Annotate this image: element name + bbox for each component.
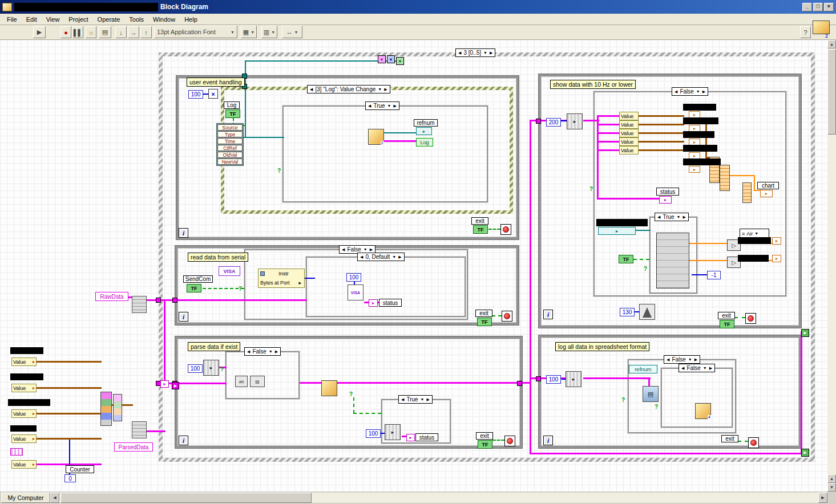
indicator-terminal[interactable]: ▸ (772, 255, 781, 262)
scroll-up-icon[interactable]: ▲ (827, 474, 836, 483)
prev-frame-icon[interactable]: ◀ (458, 51, 461, 55)
case-selector-true[interactable]: ◀True▼▶ (655, 213, 689, 221)
numeric-constant[interactable]: -1 (707, 271, 721, 279)
wait-constant[interactable]: 100 (188, 364, 203, 373)
case-selector-terminal[interactable]: ? (589, 186, 593, 193)
iteration-terminal[interactable]: i (179, 312, 188, 322)
menu-help[interactable]: Help (180, 15, 202, 24)
status-terminal[interactable]: ▸ (659, 196, 672, 204)
bundle-icon[interactable] (132, 421, 147, 438)
timeout-constant[interactable]: 100 (188, 90, 203, 99)
iteration-terminal[interactable]: i (543, 436, 553, 445)
string-control-icon[interactable] (10, 448, 23, 456)
sendcom-boolean-terminal[interactable]: TF (187, 284, 201, 292)
indicator-terminal[interactable]: ▸ (772, 237, 781, 245)
block-diagram-canvas[interactable]: ▶ ▶ ▼ ▼ ▼ ◀ 3 [0..5] ▼ ▶ user event hand… (0, 40, 827, 491)
case-selector-terminal[interactable]: ? (277, 168, 281, 174)
case-selector-terminal[interactable]: ? (621, 397, 625, 404)
iteration-terminal[interactable]: i (179, 436, 188, 445)
value-property-node[interactable]: Value▸ (11, 434, 37, 443)
wait-constant[interactable]: 200 (546, 118, 561, 127)
vertical-scroll-thumb[interactable] (827, 49, 836, 135)
iteration-terminal[interactable]: i (543, 310, 553, 319)
value-property-node[interactable]: Value (619, 112, 639, 120)
subvi-icon[interactable]: 4 (695, 403, 711, 419)
step-into-button[interactable]: ↓ (115, 26, 127, 38)
scroll-up-icon[interactable]: ▲ (827, 40, 836, 48)
case-selector-false-inner[interactable]: ◀False▼▶ (679, 364, 715, 372)
align-objects-dropdown[interactable]: ▦▼ (241, 26, 257, 38)
exit-boolean-terminal[interactable]: TF (720, 320, 734, 328)
value-property-node[interactable]: Value▸ (11, 357, 37, 366)
index-array-icon[interactable] (656, 233, 689, 288)
menu-operate[interactable]: Operate (93, 15, 125, 24)
loop-condition-terminal[interactable] (748, 437, 759, 448)
distribute-objects-dropdown[interactable]: ▥▼ (261, 26, 277, 38)
loop-condition-terminal[interactable] (504, 436, 515, 446)
chart-indicator-terminal[interactable]: ▸ (760, 190, 773, 197)
boolean-constant[interactable]: TF (619, 255, 633, 263)
case-selector-terminal[interactable]: ? (349, 391, 353, 398)
value-property-node[interactable]: Value (619, 146, 639, 155)
string-function-icon[interactable]: ▤ (250, 376, 265, 387)
target-tab-my-computer[interactable]: My Computer (1, 493, 50, 503)
iteration-terminal[interactable]: i (179, 228, 188, 238)
value-property-node[interactable]: Value (619, 120, 639, 129)
dequeue-element-icon[interactable]: ▸ (203, 360, 219, 376)
event-data-node[interactable]: SourceTypeTime CtlRefOldValNewVal (216, 123, 244, 166)
wait-constant[interactable]: 100 (366, 429, 381, 438)
menu-project[interactable]: Project (64, 15, 92, 24)
vertical-scrollbar[interactable]: ▲ ▲ ▼ (827, 40, 836, 491)
minimize-button[interactable]: _ (802, 3, 812, 11)
scroll-left-icon[interactable]: ◀ (50, 493, 59, 503)
scroll-down-icon[interactable]: ▼ (827, 483, 836, 491)
help-button[interactable]: ? (800, 26, 811, 38)
dequeue-element-icon[interactable]: ▸ (567, 113, 583, 129)
menu-edit[interactable]: Edit (22, 15, 42, 24)
wait-constant[interactable]: 100 (546, 375, 561, 384)
byte-count-constant[interactable]: 100 (346, 273, 361, 282)
counter-constant[interactable]: 0 (64, 474, 76, 482)
subvi-icon[interactable]: 2 (368, 129, 384, 145)
retain-wire-values-button[interactable]: ▤ (99, 26, 111, 38)
wait-ms-multiple-icon[interactable] (639, 304, 655, 320)
property-node-bytes-at-port[interactable]: Instr Bytes at Port▸ (258, 269, 305, 288)
visa-resource-constant[interactable]: VISA (219, 266, 240, 276)
loop-condition-terminal[interactable] (745, 313, 756, 324)
bundle-cluster-icon[interactable] (113, 394, 122, 421)
refnum-control-terminal[interactable]: refnum (629, 365, 657, 373)
case-selector-false[interactable]: ◀False▼▶ (664, 355, 700, 364)
case-selector-terminal[interactable]: ? (220, 366, 224, 373)
step-over-button[interactable]: → (128, 26, 139, 38)
dequeue-element-icon[interactable]: ▸ (566, 371, 581, 387)
horizontal-scroll-thumb[interactable] (60, 493, 312, 503)
menu-view[interactable]: View (42, 15, 64, 24)
font-selector[interactable]: 13pt Application Font▼ (154, 26, 237, 38)
bundle-cluster-icon[interactable] (100, 392, 112, 426)
case-selector-true[interactable]: ◀True▼▶ (365, 101, 399, 110)
visa-read-icon[interactable]: VISA (348, 284, 364, 300)
rawdata-label[interactable]: RawData (95, 292, 128, 301)
menu-window[interactable]: Window (148, 15, 180, 24)
build-array-icon[interactable] (742, 182, 752, 203)
refnum-terminal[interactable]: ▸ (416, 127, 432, 135)
case-selector-terminal[interactable]: ? (644, 266, 647, 273)
build-array-icon[interactable] (720, 165, 730, 191)
subvi-icon[interactable] (321, 380, 337, 396)
vi-icon[interactable] (813, 21, 830, 34)
event-timeout-terminal[interactable]: × (208, 89, 218, 99)
value-property-node[interactable]: Value (619, 137, 639, 146)
value-property-node[interactable]: Value▸ (11, 409, 37, 418)
refnum-indicator-terminal[interactable]: ▸ (598, 227, 636, 235)
highlight-execution-button[interactable]: ☼ (86, 26, 96, 38)
case-selector-false[interactable]: ◀False▼▶ (672, 87, 708, 96)
exit-boolean-terminal[interactable]: TF (477, 318, 492, 326)
ms-constant[interactable]: 130 (620, 308, 635, 316)
loop-condition-terminal[interactable] (500, 224, 511, 235)
log-indicator-terminal[interactable]: Log (416, 138, 433, 147)
dbl-indicator-terminal[interactable]: ▸ (689, 166, 700, 173)
case-selector-terminal[interactable]: ? (655, 404, 658, 410)
scroll-right-icon[interactable]: ▶ (818, 493, 827, 503)
resize-objects-dropdown[interactable]: ↔▼ (282, 26, 302, 38)
status-terminal[interactable]: ▸ (369, 299, 378, 307)
